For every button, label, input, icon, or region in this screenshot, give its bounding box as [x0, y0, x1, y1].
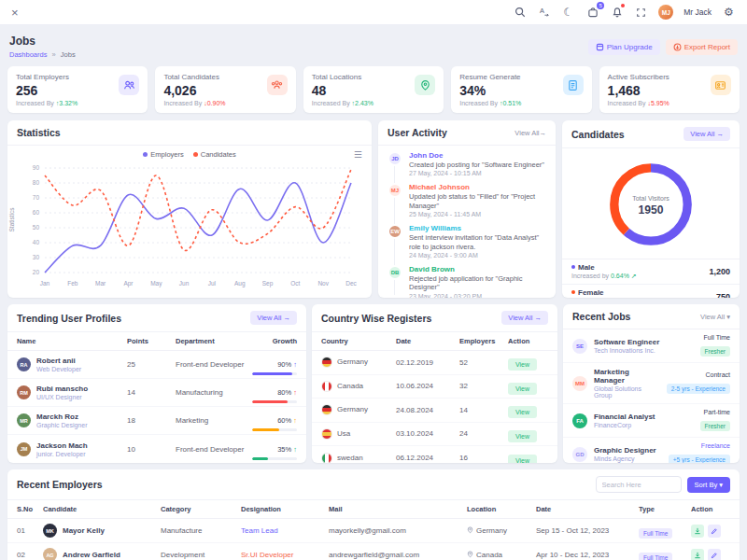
view-button[interactable]: View — [508, 455, 537, 463]
svg-text:80: 80 — [33, 179, 40, 186]
activity-time: 25 May, 2024 - 11:45 AM — [409, 211, 546, 217]
recent-jobs-view-all[interactable]: View All ▾ — [700, 313, 730, 321]
stat-change: Increased By ↑3.32% — [16, 100, 78, 106]
activity-time: 24 May, 2024 - 9:00 AM — [409, 252, 546, 259]
employers-cell: 14 — [459, 406, 508, 414]
country-cell: Germany — [321, 357, 396, 368]
edit-button[interactable] — [708, 525, 721, 538]
country-view-all[interactable]: View All → — [501, 311, 548, 325]
view-button[interactable]: View — [508, 383, 537, 395]
country-row: Germany24.08.202414View — [312, 399, 557, 423]
activity-user-name[interactable]: John Doe — [409, 151, 544, 160]
stat-change: Increased By ↑2.43% — [312, 100, 374, 106]
trending-person: RARobert aniiWeb Developer — [17, 357, 127, 372]
close-icon[interactable]: × — [11, 7, 19, 19]
trending-person: MRMarckh RozGraphic Designer — [17, 413, 127, 428]
country-col-country: Country — [321, 337, 396, 345]
country-col-date: Date — [396, 337, 459, 345]
job-item[interactable]: FAFinancial AnalystFinanceCorpPart-time … — [563, 404, 740, 438]
job-info: Graphic DesignerMinds Agency — [594, 446, 662, 462]
stat-label: Total Employers — [16, 73, 78, 81]
plan-upgrade-button[interactable]: Plan Upgrade — [588, 39, 660, 55]
search-icon[interactable] — [513, 6, 527, 20]
translate-icon[interactable]: A — [537, 6, 551, 20]
growth-cell: 35% ↑ — [252, 439, 297, 460]
country-registers-panel: Country Wise Registers View All → Countr… — [312, 304, 557, 463]
job-item[interactable]: SESoftware EngineerTech Innovations Inc.… — [563, 329, 740, 363]
svg-text:Mar: Mar — [95, 280, 106, 287]
person-text: Rubi manschoUI/UX Designer — [36, 385, 88, 400]
person-text: Robert aniiWeb Developer — [36, 357, 81, 372]
department-cell: Marketing — [176, 416, 252, 425]
job-meta: Contract 2-5 yrs - Experience — [667, 371, 730, 395]
legend-dot — [143, 152, 148, 157]
germany-flag-icon — [321, 404, 332, 415]
job-info: Financial AnalystFinanceCorp — [594, 413, 694, 428]
svg-text:40: 40 — [33, 239, 40, 245]
job-avatar: MM — [572, 376, 587, 391]
export-report-button[interactable]: Export Report — [666, 39, 738, 55]
download-button[interactable] — [691, 549, 704, 560]
pin-icon — [467, 551, 473, 560]
activity-user-name[interactable]: David Brown — [409, 265, 546, 273]
edit-button[interactable] — [708, 549, 721, 560]
dark-mode-icon[interactable]: ☾ — [561, 6, 575, 20]
points-cell: 14 — [127, 388, 176, 397]
svg-text:90: 90 — [33, 164, 40, 171]
avatar: AG — [43, 548, 57, 560]
svg-text:Dec: Dec — [345, 280, 357, 287]
germany-flag-icon — [321, 357, 332, 368]
user-avatar[interactable]: MJ — [658, 5, 673, 20]
page-header: Jobs Dashboards » Jobs Plan Upgrade Expo… — [7, 31, 740, 66]
candidates-legend-row: Male Increased by 0.64% ↗1,200 — [562, 259, 740, 284]
activity-user-name[interactable]: Michael Johnson — [409, 183, 546, 191]
candidates-view-all[interactable]: View All → — [684, 127, 730, 141]
activity-text: Rejected job application for "Graphic De… — [409, 274, 546, 292]
country-row: Canada10.06.202432View — [312, 375, 557, 399]
trending-table-body: RARobert aniiWeb Developer25Front-end De… — [7, 351, 306, 463]
employers-cell: 24 — [459, 429, 508, 438]
legend-dot — [193, 152, 198, 157]
action-cell: View — [508, 426, 548, 442]
stat-card-text: Resume Generate34%Increased By ↑0.51% — [459, 73, 521, 106]
activity-item: EWEmily WilliamsSent interview invitatio… — [388, 224, 546, 259]
stat-value: 48 — [312, 83, 374, 98]
job-item[interactable]: GDGraphic DesignerMinds AgencyFreelance … — [563, 438, 740, 463]
mail-cell: andrewgarfield@gmail.com — [329, 551, 467, 559]
points-cell: 25 — [127, 360, 176, 369]
settings-gear-icon[interactable]: ⚙ — [722, 6, 736, 20]
activity-body: Emily WilliamsSent interview invitation … — [409, 224, 546, 259]
growth-cell: 60% ↑ — [252, 410, 297, 431]
view-button[interactable]: View — [508, 358, 537, 371]
notifications-bell-icon[interactable] — [610, 6, 624, 20]
breadcrumb-current: Jobs — [61, 50, 76, 59]
user-activity-view-all[interactable]: View All→ — [514, 129, 546, 137]
stat-value: 256 — [16, 83, 78, 98]
view-button[interactable]: View — [508, 406, 537, 418]
activity-user-name[interactable]: Emily Williams — [409, 224, 546, 232]
growth-cell: 90% ↑ — [252, 354, 297, 375]
action-cell: View — [508, 450, 548, 463]
points-cell: 18 — [127, 416, 176, 425]
employers-col-type: Type — [639, 505, 691, 513]
search-input[interactable] — [596, 476, 682, 493]
job-item[interactable]: MMMarketing ManagerGlobal Solutions Grou… — [563, 363, 740, 404]
activity-body: David BrownRejected job application for … — [409, 265, 546, 298]
candidate-name: Mayor Kelly — [63, 526, 105, 535]
trending-view-all[interactable]: View All → — [250, 311, 297, 325]
designation-cell: Sr.UI Developer — [241, 551, 329, 559]
fullscreen-icon[interactable] — [634, 6, 648, 20]
activity-avatar: MJ — [388, 183, 402, 198]
activity-time: 23 May, 2024 - 03:20 PM — [409, 293, 546, 298]
sort-by-button[interactable]: Sort By ▾ — [687, 477, 730, 493]
legend-value: 1,200 — [709, 267, 730, 276]
trending-col-name: Name — [17, 337, 127, 345]
svg-text:May: May — [150, 280, 162, 287]
view-button[interactable]: View — [508, 430, 537, 442]
stat-change: Increased By ↑0.51% — [459, 100, 521, 106]
breadcrumb-dashboards[interactable]: Dashboards — [9, 50, 47, 59]
cart-icon[interactable]: 5 — [585, 6, 599, 20]
activity-text: Updated job status to "Filled" for "Proj… — [409, 192, 546, 210]
download-button[interactable] — [691, 525, 704, 538]
svg-text:Feb: Feb — [67, 280, 78, 287]
